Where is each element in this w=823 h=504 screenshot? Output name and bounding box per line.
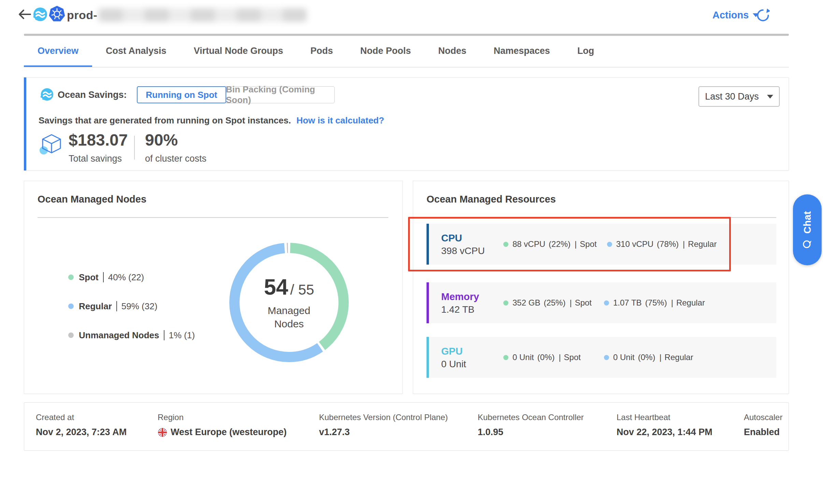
bin-packing-toggle[interactable]: Bin Packing (Coming Soon) bbox=[226, 86, 335, 103]
how-calculated-link[interactable]: How is it calculated? bbox=[297, 115, 384, 126]
total-savings-label: Total savings bbox=[69, 153, 122, 164]
spot-value: 352 GB bbox=[512, 298, 540, 308]
cluster-cost-percent-label: of cluster costs bbox=[145, 153, 206, 164]
pipe-separator: | bbox=[559, 353, 561, 362]
resource-row-cpu: CPU 398 vCPU 88 vCPU (22%) | Spot 310 vC… bbox=[427, 224, 776, 265]
regular-dot bbox=[607, 242, 612, 247]
legend-item-unmanaged: Unmanaged Nodes 1% (1) bbox=[68, 328, 195, 342]
managed-nodes-count: 54 bbox=[264, 275, 288, 300]
tab-log[interactable]: Log bbox=[564, 36, 608, 68]
regular-dot bbox=[604, 355, 609, 360]
caret-down-icon bbox=[767, 95, 773, 99]
chat-label: Chat bbox=[802, 211, 813, 234]
legend-separator bbox=[116, 301, 117, 311]
pipe-separator: | bbox=[659, 353, 661, 362]
tab-virtual-node-groups[interactable]: Virtual Node Groups bbox=[180, 36, 297, 68]
regular-dot bbox=[68, 303, 74, 309]
regular-value: 0 Unit bbox=[613, 353, 635, 362]
regular-kind: Regular bbox=[688, 239, 717, 249]
savings-cube-icon bbox=[39, 133, 64, 157]
savings-description: Savings that are generated from running … bbox=[39, 115, 291, 126]
ocean-savings-label: Ocean Savings: bbox=[58, 90, 127, 100]
resource-name: Memory bbox=[441, 291, 503, 302]
regular-kind: Regular bbox=[665, 353, 693, 362]
footer-label: Autoscaler bbox=[744, 413, 782, 422]
regular-value: 1.07 TB bbox=[613, 298, 642, 308]
legend-label: Unmanaged Nodes bbox=[79, 330, 159, 341]
footer-value: Nov 22, 2023, 1:44 PM bbox=[617, 427, 712, 438]
regular-value: 310 vCPU bbox=[616, 239, 653, 249]
footer-region: Region West Europe (westeurope) bbox=[158, 413, 287, 438]
chat-button[interactable]: Chat bbox=[793, 194, 822, 265]
spot-kind: Spot bbox=[580, 239, 596, 249]
regular-dot bbox=[604, 300, 609, 306]
pipe-separator: | bbox=[575, 239, 577, 249]
tab-node-pools[interactable]: Node Pools bbox=[347, 36, 425, 68]
actions-label: Actions bbox=[712, 10, 749, 21]
resources-card-title: Ocean Managed Resources bbox=[427, 194, 556, 205]
ocean-logo-icon bbox=[31, 6, 48, 24]
footer-label: Last Heartbeat bbox=[617, 413, 712, 422]
footer-label: Created at bbox=[36, 413, 127, 422]
footer-label: Region bbox=[158, 413, 287, 422]
resource-name: GPU bbox=[441, 345, 503, 357]
tab-cost-analysis[interactable]: Cost Analysis bbox=[92, 36, 180, 68]
resource-total: 0 Unit bbox=[441, 359, 503, 370]
legend-item-spot: Spot 40% (22) bbox=[68, 270, 144, 284]
refresh-button[interactable] bbox=[755, 8, 770, 23]
legend-label: Regular bbox=[79, 301, 112, 312]
period-value: Last 30 Days bbox=[705, 91, 759, 102]
tab-bar: Overview Cost Analysis Virtual Node Grou… bbox=[24, 36, 608, 68]
tab-nodes[interactable]: Nodes bbox=[424, 36, 480, 68]
footer-value: v1.27.3 bbox=[319, 427, 448, 438]
redacted-cluster-name bbox=[99, 8, 307, 22]
footer-label: Kubernetes Version (Control Plane) bbox=[319, 413, 448, 422]
footer-k8s-version: Kubernetes Version (Control Plane) v1.27… bbox=[319, 413, 448, 438]
ocean-savings-panel: Ocean Savings: Running on Spot Bin Packi… bbox=[24, 77, 789, 171]
spot-dot bbox=[503, 355, 508, 360]
unmanaged-dot bbox=[68, 332, 74, 338]
legend-value: 1% (1) bbox=[169, 330, 195, 341]
spot-dot bbox=[503, 300, 508, 306]
footer-last-heartbeat: Last Heartbeat Nov 22, 2023, 1:44 PM bbox=[617, 413, 712, 438]
footer-created-at: Created at Nov 2, 2023, 7:23 AM bbox=[36, 413, 127, 438]
footer-ocean-controller: Kubernetes Ocean Controller 1.0.95 bbox=[478, 413, 584, 438]
arrow-left-icon bbox=[18, 9, 31, 19]
region-value: West Europe (westeurope) bbox=[171, 427, 287, 438]
regular-percent: (75%) bbox=[645, 298, 667, 308]
legend-value: 59% (32) bbox=[121, 301, 158, 312]
ocean-savings-icon bbox=[39, 87, 54, 104]
spot-kind: Spot bbox=[564, 353, 581, 362]
managed-nodes-donut-chart: 54 / 55 Managed Nodes bbox=[226, 239, 352, 366]
cluster-name-prefix: prod- bbox=[67, 9, 97, 22]
spot-percent: (25%) bbox=[544, 298, 565, 308]
tab-namespaces[interactable]: Namespaces bbox=[480, 36, 564, 68]
back-button[interactable] bbox=[17, 9, 32, 20]
period-dropdown[interactable]: Last 30 Days bbox=[698, 86, 780, 107]
panel-accent-bar bbox=[24, 77, 26, 171]
tab-bar-divider bbox=[24, 67, 789, 68]
legend-separator bbox=[103, 272, 104, 282]
running-on-spot-toggle[interactable]: Running on Spot bbox=[137, 86, 226, 103]
tab-pods[interactable]: Pods bbox=[297, 36, 347, 68]
refresh-icon bbox=[755, 8, 770, 23]
actions-menu-button[interactable]: Actions bbox=[712, 10, 759, 21]
nodes-card-title: Ocean Managed Nodes bbox=[38, 194, 146, 205]
savings-separator bbox=[134, 136, 135, 160]
pipe-separator: | bbox=[683, 239, 685, 249]
spot-percent: (0%) bbox=[537, 353, 555, 362]
legend-separator bbox=[164, 330, 164, 340]
resource-total: 1.42 TB bbox=[441, 304, 503, 315]
regular-percent: (78%) bbox=[657, 239, 679, 249]
horizontal-scrollbar-thumb[interactable] bbox=[24, 34, 789, 36]
tab-overview[interactable]: Overview bbox=[24, 36, 92, 68]
spot-dot bbox=[68, 275, 74, 280]
page: prod- Actions Overview Cost Analysis Vir… bbox=[0, 0, 823, 504]
page-title: prod- bbox=[67, 7, 307, 23]
resource-total: 398 vCPU bbox=[441, 246, 503, 256]
footer-value: Enabled bbox=[744, 427, 782, 438]
pipe-separator: | bbox=[671, 298, 673, 308]
chat-bubble-icon bbox=[803, 239, 812, 249]
spot-percent: (22%) bbox=[549, 239, 571, 249]
resource-row-memory: Memory 1.42 TB 352 GB (25%) | Spot 1.07 … bbox=[427, 282, 776, 323]
